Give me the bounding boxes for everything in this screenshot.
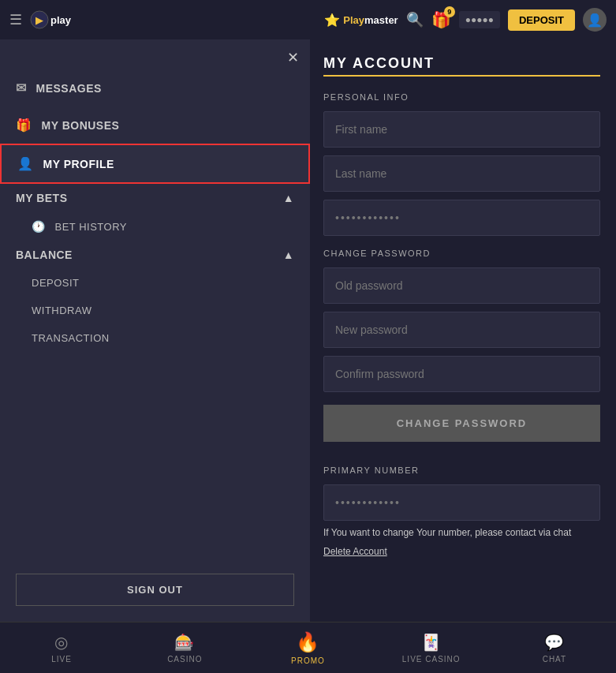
bonuses-icon: 🎁 [16,118,32,133]
svg-text:play: play [50,14,72,26]
old-password-input[interactable] [323,267,600,304]
nav-chat[interactable]: 💬 CHAT [493,633,616,664]
promo-label: PROMO [291,656,325,665]
nav-live[interactable]: ◎ LIVE [0,633,123,664]
play-logo-svg: ▶ play [30,10,77,29]
live-label: LIVE [51,655,72,664]
last-name-input[interactable] [323,155,600,192]
drawer-bet-history[interactable]: 🕐 BET HISTORY [0,212,310,241]
account-info: ●●●●● [459,11,500,28]
balance-chevron: ▲ [283,249,294,261]
phone-display: •••••••••••• [323,200,600,236]
change-password-heading: CHANGE PASSWORD [323,249,600,258]
drawer-deposit[interactable]: DEPOSIT [0,269,310,297]
bonuses-label: MY BONUSES [42,119,120,132]
drawer-item-messages[interactable]: ✉ MESSAGES [0,69,310,107]
nav-live-casino[interactable]: 🃏 LIVE CASINO [370,633,493,664]
gift-badge: 9 [444,6,455,17]
casino-label: CASINO [167,655,202,664]
drawer-close-button[interactable]: ✕ [287,49,299,66]
pm-star-icon: ⭐ [324,13,340,28]
profile-icon: 👤 [17,156,34,171]
deposit-button[interactable]: DEPOSIT [508,9,575,31]
hamburger-icon[interactable]: ☰ [9,11,22,28]
delete-account-link[interactable]: Delete Account [323,546,600,557]
bet-history-icon: 🕐 [32,220,46,233]
svg-text:▶: ▶ [35,15,43,26]
contact-note: If You want to change Your number, pleas… [323,527,600,538]
drawer: ✕ ✉ MESSAGES 🎁 MY BONUSES 👤 MY PROFILE M… [0,39,310,622]
messages-icon: ✉ [16,80,27,95]
balance-header[interactable]: BALANCE ▲ [16,241,294,269]
top-header: ☰ ▶ play ⭐ Playmaster 🔍 🎁 9 ●●●●● DEPOSI… [0,0,616,39]
chat-label: CHAT [543,655,566,664]
nav-promo[interactable]: 🔥 PROMO [246,631,369,665]
profile-label: MY PROFILE [43,158,114,170]
search-icon[interactable]: 🔍 [406,11,424,28]
gift-icon-wrap[interactable]: 🎁 9 [431,10,451,29]
header-right: ⭐ Playmaster 🔍 🎁 9 ●●●●● DEPOSIT 👤 [324,8,607,32]
casino-icon: 🎰 [174,633,195,652]
primary-number-display: •••••••••••• [323,484,600,521]
signout-button[interactable]: SIGN OUT [16,574,294,606]
header-left: ☰ ▶ play [9,10,77,29]
primary-number-section: PRIMARY NUMBER •••••••••••• If You want … [323,465,600,557]
drawer-transaction[interactable]: TRANSACTION [0,324,310,352]
live-icon: ◎ [54,633,69,652]
right-panel: MY ACCOUNT PERSONAL INFO •••••••••••• CH… [308,39,616,622]
personal-info-heading: PERSONAL INFO [323,92,600,102]
user-avatar[interactable]: 👤 [583,8,607,32]
pm-text: Playmaster [343,14,398,26]
my-bets-header[interactable]: MY BETS ▲ [16,184,294,212]
balance-label: BALANCE [16,249,73,261]
signout-wrap: SIGN OUT [0,558,310,622]
my-bets-label: MY BETS [16,192,67,204]
transaction-label: TRANSACTION [32,332,110,344]
title-underline [323,75,600,77]
messages-label: MESSAGES [36,82,102,95]
page-title: MY ACCOUNT [323,55,600,72]
drawer-close-row: ✕ [0,39,310,69]
main-layout: MY ACCOUNT → Personal info •••••••••••• … [0,39,616,622]
play-master-logo: ⭐ Playmaster [324,13,398,28]
bottom-nav: ◎ LIVE 🎰 CASINO 🔥 PROMO 🃏 LIVE CASINO 💬 … [0,622,616,673]
first-name-input[interactable] [323,111,600,148]
live-casino-label: LIVE CASINO [402,655,461,664]
drawer-item-my-profile[interactable]: 👤 MY PROFILE [0,144,310,184]
drawer-overlay: ✕ ✉ MESSAGES 🎁 MY BONUSES 👤 MY PROFILE M… [0,39,310,622]
bet-history-label: BET HISTORY [55,221,127,233]
new-password-input[interactable] [323,312,600,348]
drawer-item-my-bonuses[interactable]: 🎁 MY BONUSES [0,107,310,144]
nav-casino[interactable]: 🎰 CASINO [123,633,246,664]
my-bets-chevron: ▲ [283,192,294,204]
primary-number-heading: PRIMARY NUMBER [323,465,600,475]
withdraw-label: WITHDRAW [32,305,91,316]
drawer-withdraw[interactable]: WITHDRAW [0,297,310,324]
chat-icon: 💬 [544,633,565,652]
change-password-button[interactable]: CHANGE PASSWORD [323,405,600,442]
logo: ▶ play [30,10,77,29]
live-casino-icon: 🃏 [421,633,442,652]
confirm-password-input[interactable] [323,356,600,392]
deposit-label: DEPOSIT [32,277,80,289]
promo-icon: 🔥 [296,631,320,653]
